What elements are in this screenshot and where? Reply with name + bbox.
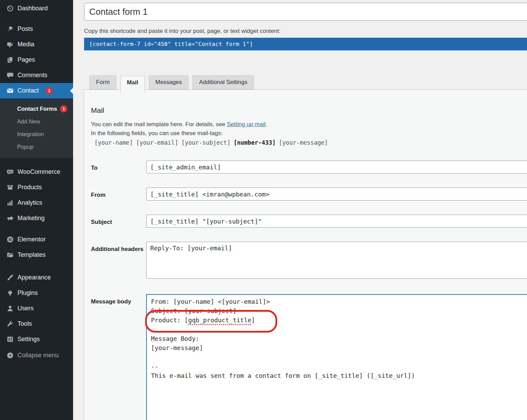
shortcode-hint-text: Copy this shortcode and paste it into yo… bbox=[84, 28, 527, 35]
sidebar-item-label: Dashboard bbox=[17, 5, 48, 12]
submenu-item-popup[interactable]: Popup bbox=[0, 141, 73, 153]
wrench-icon bbox=[7, 320, 14, 327]
sidebar-item-dashboard[interactable]: Dashboard bbox=[0, 1, 73, 16]
sidebar-item-pages[interactable]: Pages bbox=[0, 52, 73, 68]
subject-label: Subject bbox=[91, 215, 146, 228]
sidebar-item-label: Media bbox=[17, 41, 34, 48]
paintbrush-icon bbox=[7, 274, 14, 281]
sidebar-item-media[interactable]: Media bbox=[0, 37, 73, 52]
panel-description: You can edit the mail template here. For… bbox=[91, 120, 527, 138]
from-input[interactable] bbox=[146, 188, 527, 201]
mail-tag-highlighted: [number-433] bbox=[234, 139, 276, 146]
admin-sidebar: Dashboard Posts Media Pages Comments Con… bbox=[0, 0, 73, 420]
to-input[interactable] bbox=[146, 160, 527, 173]
sidebar-item-label: Elementor bbox=[17, 236, 46, 243]
pages-icon bbox=[7, 56, 14, 63]
mail-panel: Mail You can edit the mail template here… bbox=[84, 89, 527, 420]
body-line: This e-mail was sent from a contact form… bbox=[151, 371, 524, 380]
sidebar-item-templates[interactable]: Templates bbox=[0, 247, 73, 263]
collapse-menu-label: Collapse menu bbox=[17, 352, 59, 359]
body-line: [your-message] bbox=[151, 343, 524, 352]
plug-icon bbox=[7, 289, 14, 297]
editor-tabs: Form Mail Messages Additional Settings bbox=[90, 75, 527, 89]
user-icon bbox=[7, 305, 14, 312]
field-row-message-body: Message body From: [your-name] <[your-em… bbox=[91, 294, 527, 420]
tab-form[interactable]: Form bbox=[90, 75, 116, 89]
collapse-arrow-icon bbox=[7, 352, 14, 359]
sidebar-item-appearance[interactable]: Appearance bbox=[0, 270, 73, 285]
sidebar-item-label: Plugins bbox=[17, 289, 38, 297]
submenu-item-add-new[interactable]: Add New bbox=[0, 115, 73, 128]
to-label: To bbox=[91, 160, 146, 173]
contact-count-badge: 1 bbox=[46, 87, 53, 94]
sidebar-item-analytics[interactable]: Analytics bbox=[0, 195, 73, 211]
sidebar-item-users[interactable]: Users bbox=[0, 301, 73, 316]
mail-tag: [your-subject] bbox=[181, 139, 230, 146]
elementor-icon bbox=[7, 236, 14, 243]
sidebar-item-label: Products bbox=[17, 184, 42, 191]
submenu-item-label: Contact Forms bbox=[17, 106, 57, 112]
sidebar-item-comments[interactable]: Comments bbox=[0, 68, 73, 83]
form-title-input[interactable] bbox=[84, 3, 527, 21]
subject-input[interactable] bbox=[146, 215, 527, 228]
archive-box-icon bbox=[7, 184, 14, 191]
sidebar-item-contact[interactable]: Contact 1 bbox=[0, 83, 73, 98]
sidebar-item-label: Comments bbox=[17, 72, 47, 79]
field-row-from: From bbox=[91, 188, 527, 201]
mail-tag: [your-message] bbox=[279, 139, 328, 146]
sidebar-item-settings[interactable]: Settings bbox=[0, 332, 73, 347]
sidebar-item-label: Appearance bbox=[17, 274, 51, 281]
field-row-subject: Subject bbox=[91, 215, 527, 228]
sidebar-item-products[interactable]: Products bbox=[0, 180, 73, 195]
message-body-label: Message body bbox=[91, 294, 146, 420]
shortcode-box[interactable]: [contact-form-7 id="450" title="Contact … bbox=[84, 38, 527, 50]
collapse-menu-button[interactable]: Collapse menu bbox=[0, 348, 73, 363]
body-line: From: [your-name] <[your-email]> bbox=[151, 297, 524, 306]
active-menu-notch bbox=[67, 88, 73, 94]
sidebar-item-label: WooCommerce bbox=[17, 168, 60, 176]
shortcode-text: [contact-form-7 id="450" title="Contact … bbox=[89, 41, 253, 47]
contact-forms-count-badge: 1 bbox=[60, 105, 67, 112]
sidebar-item-label: Contact bbox=[17, 87, 39, 94]
additional-headers-textarea[interactable]: Reply-To: [your-email] bbox=[146, 242, 527, 279]
from-label: From bbox=[91, 188, 146, 201]
sidebar-item-label: Pages bbox=[17, 56, 35, 63]
field-row-to: To bbox=[91, 160, 527, 173]
body-line: Message Body: bbox=[151, 334, 524, 343]
dashboard-icon bbox=[7, 5, 14, 12]
mail-tag: [your-name] bbox=[94, 139, 133, 146]
body-line: -- bbox=[151, 362, 524, 371]
sidebar-item-elementor[interactable]: Elementor bbox=[0, 232, 73, 247]
sidebar-item-posts[interactable]: Posts bbox=[0, 21, 73, 37]
media-icon bbox=[7, 41, 14, 48]
sidebar-item-marketing[interactable]: Marketing bbox=[0, 211, 73, 226]
megaphone-icon bbox=[7, 215, 14, 222]
mail-fields: To From Subject Additional headers Reply… bbox=[91, 160, 527, 420]
field-row-additional-headers: Additional headers Reply-To: [your-email… bbox=[91, 242, 527, 280]
sidebar-item-label: Users bbox=[17, 305, 34, 312]
envelope-icon bbox=[7, 87, 14, 94]
sidebar-item-woocommerce[interactable]: Woo WooCommerce bbox=[0, 164, 73, 180]
settings-sliders-icon bbox=[7, 336, 14, 343]
description-line-2: In the following fields, you can use the… bbox=[91, 129, 527, 138]
submenu-item-contact-forms[interactable]: Contact Forms 1 bbox=[0, 103, 73, 115]
sidebar-item-label: Marketing bbox=[17, 215, 45, 222]
setting-up-mail-link[interactable]: Setting up mail bbox=[227, 121, 265, 128]
additional-headers-label: Additional headers bbox=[91, 242, 146, 280]
tab-messages[interactable]: Messages bbox=[149, 75, 188, 89]
sidebar-item-tools[interactable]: Tools bbox=[0, 316, 73, 332]
bar-chart-icon bbox=[7, 199, 14, 206]
sidebar-item-label: Templates bbox=[17, 251, 46, 259]
main-content: Copy this shortcode and paste it into yo… bbox=[73, 0, 527, 420]
body-line: Subject: [your-subject] bbox=[151, 306, 524, 315]
body-line: Product: [gqb_product_title] bbox=[151, 315, 524, 325]
message-body-wrap: From: [your-name] <[your-email]> Subject… bbox=[146, 294, 527, 420]
message-body-editor[interactable]: From: [your-name] <[your-email]> Subject… bbox=[146, 294, 527, 420]
tab-additional-settings[interactable]: Additional Settings bbox=[192, 75, 254, 89]
contact-submenu: Contact Forms 1 Add New Integration Popu… bbox=[0, 98, 73, 158]
tab-mail[interactable]: Mail bbox=[120, 76, 145, 92]
submenu-item-integration[interactable]: Integration bbox=[0, 128, 73, 141]
description-line-1: You can edit the mail template here. For… bbox=[91, 120, 527, 129]
sidebar-item-label: Posts bbox=[17, 25, 33, 33]
sidebar-item-plugins[interactable]: Plugins bbox=[0, 285, 73, 301]
